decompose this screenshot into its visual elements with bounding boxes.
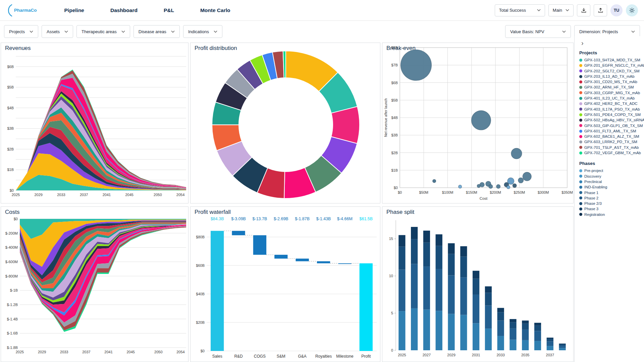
legend-project-gpx-601-flt3-aml-tx-sm[interactable]: GPX-601_FLT3_AML_TX_SM	[579, 128, 642, 134]
svg-text:Sales: Sales	[212, 354, 222, 359]
svg-text:$7B: $7B	[391, 63, 398, 67]
legend-project-gpx-502-hbsag-hbv-tx-sirna[interactable]: GPX-502_HBsAg_HBV_TX_siRNA	[579, 117, 642, 123]
svg-text:G&A: G&A	[298, 354, 307, 359]
header-controls: Total Success Main TU	[495, 4, 638, 16]
legend-dot-icon	[579, 113, 582, 116]
phase-bar-segment	[448, 276, 454, 314]
svg-text:$60B: $60B	[196, 263, 205, 267]
legend-label: GPX-103_5HT2A_MDD_TX_SM	[584, 57, 640, 63]
theme-toggle-button[interactable]	[626, 4, 638, 16]
filter-label: Disease areas	[139, 29, 166, 34]
filter-projects[interactable]: Projects	[4, 25, 38, 38]
filter-label: Projects	[9, 29, 25, 34]
nav-item-monte-carlo[interactable]: Monte Carlo	[200, 7, 230, 13]
svg-text:$61.5B: $61.5B	[360, 217, 373, 221]
phase-bar-segment	[509, 340, 516, 350]
legend-dot-icon	[579, 64, 582, 67]
svg-text:COGS: COGS	[254, 354, 266, 359]
legend-dot-icon	[579, 202, 582, 205]
legend-project-gpx-203-il13-ad-tx-mab[interactable]: GPX-203_IL13_AD_TX_mAb	[579, 74, 642, 79]
legend-project-gpx-701-tslp-ast-tx-mab[interactable]: GPX-701_TSLP_AST_TX_mAb	[579, 145, 642, 150]
break-even-panel: Break-even $0$1B$2B$3B$4B$5B$6B$7B$8B$0$…	[382, 43, 574, 203]
legend-project-gpx-603-lrrk2-pd-tx-sm[interactable]: GPX-603_LRRK2_PD_TX_SM	[579, 139, 642, 144]
svg-text:2045: 2045	[126, 350, 135, 354]
svg-text:$3B: $3B	[7, 126, 14, 130]
legend-phase-phase-2[interactable]: Phase 2	[579, 195, 642, 201]
svg-text:$5B: $5B	[7, 85, 14, 89]
download-button[interactable]	[577, 4, 590, 16]
filter-assets[interactable]: Assets	[42, 25, 73, 38]
svg-text:$-3.09B: $-3.09B	[231, 217, 246, 221]
phase-bar-segment	[460, 315, 467, 350]
phase-bar-segment	[423, 310, 430, 350]
legend-label: GPX-601_FLT3_AML_TX_SM	[584, 128, 636, 134]
upload-button[interactable]	[594, 4, 607, 16]
legend-project-gpx-503-gip-glp1-ob-tx-sm[interactable]: GPX-503_GIP-GLP1_OB_TX_SM	[579, 123, 642, 128]
legend-label: GPX-702_VEGF_GBM_TX_mAb	[584, 150, 641, 156]
filter-value-basis-npv[interactable]: Value Basis: NPV	[505, 25, 571, 38]
phase-bar-segment	[448, 254, 454, 276]
phase-bar-segment	[497, 321, 504, 336]
legend-phase-phase-1[interactable]: Phase 1	[579, 190, 642, 195]
legend-sidebar: › Projects GPX-103_5HT2A_MDD_TX_SMGPX-20…	[574, 36, 643, 362]
legend-project-gpx-303-cgrp-mig-tx-mab[interactable]: GPX-303_CGRP_MIG_TX_mAb	[579, 90, 642, 96]
svg-text:2054: 2054	[176, 350, 184, 354]
break-even-chart: $0$1B$2B$3B$4B$5B$6B$7B$8B$0$50M$100M$15…	[382, 43, 573, 203]
legend-phase-phase-3[interactable]: Phase 3	[579, 206, 642, 212]
legend-dot-icon	[579, 169, 582, 172]
phase-split-chart: 0510152025202720292031203320352037	[382, 207, 573, 362]
svg-text:$300M: $300M	[538, 190, 549, 194]
legend-project-gpx-201-egfr-nsclc-tx-mab[interactable]: GPX-201_EGFR_NSCLC_TX_mAb	[579, 63, 642, 68]
legend-phase-preclinical[interactable]: Preclinical	[579, 179, 642, 184]
bubble	[507, 185, 510, 189]
legend-project-gpx-501-pde4-copd-tx-sm[interactable]: GPX-501_PDE4_COPD_TX_SM	[579, 112, 642, 117]
legend-dot-icon	[579, 130, 582, 133]
legend-dot-icon	[579, 91, 582, 94]
chevron-down-icon	[64, 31, 68, 33]
legend-label: Preclinical	[584, 179, 602, 184]
phase-bar-segment	[448, 243, 454, 254]
legend-label: GPX-602_BACE1_ALZ_TX_SM	[584, 134, 639, 139]
legend-project-gpx-402-her2-bc-tx-adc[interactable]: GPX-402_HER2_BC_TX_ADC	[579, 101, 642, 106]
filter-indications[interactable]: Indications	[183, 25, 222, 38]
branch-select-value: Main	[553, 8, 562, 13]
chevron-down-icon	[214, 31, 217, 33]
waterfall-bar	[232, 231, 245, 235]
phase-bar-segment	[559, 348, 566, 350]
legend-phase-ind-enabling[interactable]: IND-Enabling	[579, 184, 642, 190]
scenario-select[interactable]: Total Success	[495, 4, 545, 16]
legend-phase-registration[interactable]: Registration	[579, 212, 642, 217]
panel-title: Break-even	[386, 45, 416, 52]
filter-disease-areas[interactable]: Disease areas	[133, 25, 180, 38]
nav-item-p-l[interactable]: P&L	[164, 7, 174, 13]
svg-text:$-1.6B: $-1.6B	[7, 331, 18, 335]
app-logo[interactable]: PharmaCo	[6, 4, 37, 17]
legend-project-gpx-401-il23-uc-tx-mab[interactable]: GPX-401_IL23_UC_TX_mAb	[579, 96, 642, 101]
svg-text:$0: $0	[201, 349, 205, 353]
legend-project-gpx-301-cd20-ms-tx-mab[interactable]: GPX-301_CD20_MS_TX_mAb	[579, 79, 642, 84]
legend-phase-discovery[interactable]: Discovery	[579, 174, 642, 179]
legend-project-gpx-602-bace1-alz-tx-sm[interactable]: GPX-602_BACE1_ALZ_TX_SM	[579, 134, 642, 139]
legend-project-gpx-202-sglt2-ckd-tx-sm[interactable]: GPX-202_SGLT2_CKD_TX_SM	[579, 68, 642, 74]
phase-bar-segment	[423, 231, 430, 243]
legend-project-gpx-302-arni-hf-tx-sm[interactable]: GPX-302_ARNI_HF_TX_SM	[579, 84, 642, 90]
avatar[interactable]: TU	[610, 4, 623, 16]
phase-bar-segment	[534, 341, 541, 350]
svg-text:$6B: $6B	[391, 81, 398, 85]
svg-text:$84.3B: $84.3B	[211, 217, 224, 221]
waterfall-bar	[296, 259, 309, 261]
svg-text:5: 5	[391, 311, 393, 315]
legend-phase-pre-project[interactable]: Pre-project	[579, 168, 642, 173]
svg-text:$200M: $200M	[490, 190, 501, 194]
legend-project-gpx-403-il17a-pso-tx-mab[interactable]: GPX-403_IL17A_PSO_TX_mAb	[579, 107, 642, 112]
legend-project-gpx-702-vegf-gbm-tx-mab[interactable]: GPX-702_VEGF_GBM_TX_mAb	[579, 150, 642, 156]
sidebar-collapse-button[interactable]: ›	[579, 39, 586, 47]
branch-select[interactable]: Main	[548, 4, 574, 16]
legend-project-gpx-103-5ht2a-mdd-tx-sm[interactable]: GPX-103_5HT2A_MDD_TX_SM	[579, 57, 642, 63]
nav-item-pipeline[interactable]: Pipeline	[64, 7, 84, 13]
legend-phase-phase-2-3[interactable]: Phase 2/3	[579, 201, 642, 206]
filter-therapeutic-areas[interactable]: Therapeutic areas	[76, 25, 130, 38]
phase-bar-segment	[522, 329, 529, 340]
nav-item-dashboard[interactable]: Dashboard	[110, 7, 138, 13]
legend-label: GPX-701_TSLP_AST_TX_mAb	[584, 145, 639, 150]
